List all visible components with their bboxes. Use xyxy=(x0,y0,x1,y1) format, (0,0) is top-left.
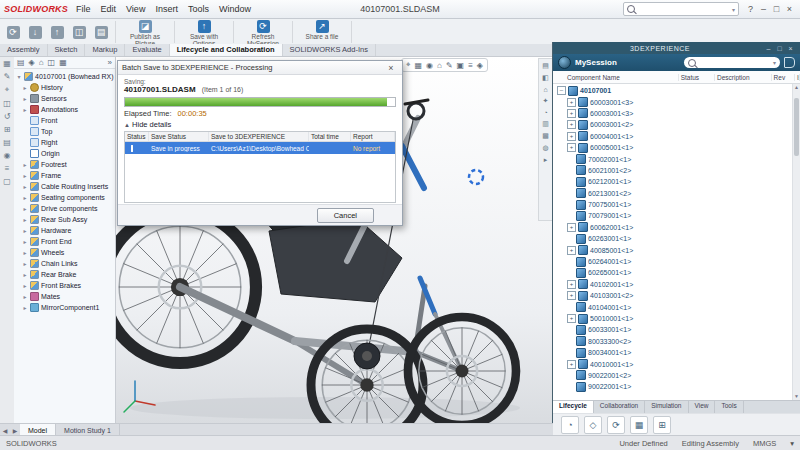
feature-tree-item[interactable]: ▸Footrest xyxy=(16,159,115,170)
feature-panel-tab-icon-2[interactable]: ◈ xyxy=(29,58,35,67)
component-row[interactable]: +60003001<3> xyxy=(553,96,800,107)
tab-lifecycle-and-collaboration[interactable]: Lifecycle and Collaboration xyxy=(170,44,283,56)
maximize-icon[interactable]: □ xyxy=(774,45,785,52)
feature-tree-item[interactable]: Front xyxy=(16,115,115,126)
vertical-scrollbar[interactable]: ▲ ▼ xyxy=(792,84,800,400)
component-row[interactable]: 70079001<1> xyxy=(553,210,800,221)
view-tool-icon-7[interactable]: ≡ xyxy=(468,61,473,70)
help-icon[interactable]: ? xyxy=(744,4,757,14)
left-tool-icon-6[interactable]: ⊞ xyxy=(4,125,11,134)
feature-tree-item[interactable]: ▸Front End xyxy=(16,236,115,247)
panel-tab-simulation[interactable]: Simulation xyxy=(645,401,688,413)
feature-tree-item[interactable]: ▸Wheels xyxy=(16,247,115,258)
column-header-description[interactable]: Description xyxy=(715,74,772,81)
view-tool-icon-3[interactable]: ◉ xyxy=(426,61,433,70)
feature-tree-item[interactable]: ▸Chain Links xyxy=(16,258,115,269)
column-header-status[interactable]: Status xyxy=(679,74,715,81)
lifecycle-tool-icon-5[interactable]: ⊞ xyxy=(653,416,671,434)
task-pane-icon-6[interactable]: ▥ xyxy=(542,120,549,128)
feature-panel-tab-icon-4[interactable]: ◫ xyxy=(48,58,56,67)
tab-sketch[interactable]: Sketch xyxy=(48,44,86,56)
task-pane-icon-8[interactable]: ◍ xyxy=(542,144,548,152)
feature-tree-item[interactable]: ▸MirrorComponent1 xyxy=(16,302,115,313)
expander-icon[interactable]: ▸ xyxy=(22,227,28,234)
expander-icon[interactable]: ▸ xyxy=(22,106,28,113)
feature-tree-item[interactable]: ▸Rear Sub Assy xyxy=(16,214,115,225)
lifecycle-tool-icon-2[interactable]: ◇ xyxy=(584,416,602,434)
component-row[interactable]: 60033001<1> xyxy=(553,324,800,335)
feature-tree-item[interactable]: ▸History xyxy=(16,82,115,93)
hide-details-toggle[interactable]: ▲ Hide details xyxy=(124,120,396,129)
expander-icon[interactable]: + xyxy=(567,98,576,107)
panel-title-bar[interactable]: 3DEXPERIENCE – □ × xyxy=(553,42,800,54)
menu-view[interactable]: View xyxy=(126,4,145,14)
expander-icon[interactable]: + xyxy=(567,132,576,141)
component-row[interactable]: 60213001<2> xyxy=(553,188,800,199)
component-row[interactable]: +40102001<1> xyxy=(553,279,800,290)
left-tool-icon-3[interactable]: ⌖ xyxy=(5,85,10,95)
feature-panel-tab-icon-5[interactable]: ▦ xyxy=(59,58,67,67)
component-row[interactable]: 60021001<2> xyxy=(553,165,800,176)
expander-icon[interactable]: ▸ xyxy=(22,238,28,245)
column-header-rev[interactable]: Rev xyxy=(772,74,795,81)
task-pane-icon-3[interactable]: ⌂ xyxy=(543,86,547,93)
feature-tree-item[interactable]: ▸Drive components xyxy=(16,203,115,214)
expander-icon[interactable]: ▸ xyxy=(22,172,28,179)
save-with-options-button[interactable]: ↑Save with Options xyxy=(179,19,229,45)
expander-icon[interactable]: + xyxy=(567,291,576,300)
lifecycle-tool-icon-4[interactable]: ▦ xyxy=(630,416,648,434)
view-tool-icon-6[interactable]: ▣ xyxy=(457,61,465,70)
column-header-componentname[interactable]: Component Name xyxy=(553,74,679,81)
panel-tab-collaboration[interactable]: Collaboration xyxy=(594,401,645,413)
report-cell[interactable]: No report xyxy=(351,145,395,152)
component-row[interactable]: +40103001<2> xyxy=(553,290,800,301)
import-button[interactable]: ↓ xyxy=(25,19,45,45)
feature-tree-root[interactable]: ▾40107001 (Bowhead RX) xyxy=(16,71,115,82)
cancel-button[interactable]: Cancel xyxy=(317,208,374,223)
left-tool-icon-5[interactable]: ↺ xyxy=(4,112,11,121)
feature-panel-tab-icon-1[interactable]: ▤ xyxy=(17,58,25,67)
menu-window[interactable]: Window xyxy=(219,4,251,14)
tab-markup[interactable]: Markup xyxy=(85,44,125,56)
component-row[interactable]: 40104001<1> xyxy=(553,301,800,312)
expander-icon[interactable]: ▸ xyxy=(22,304,28,311)
panel-tab-tools[interactable]: Tools xyxy=(715,401,743,413)
menu-edit[interactable]: Edit xyxy=(101,4,117,14)
expander-icon[interactable]: + xyxy=(567,120,576,129)
component-row[interactable]: 60263001<1> xyxy=(553,233,800,244)
tab-evaluate[interactable]: Evaluate xyxy=(125,44,169,56)
lifecycle-tool-icon-1[interactable]: ◔ xyxy=(561,416,579,434)
expander-icon[interactable]: ▸ xyxy=(22,293,28,300)
component-row[interactable]: 70075001<1> xyxy=(553,199,800,210)
expander-icon[interactable]: ▸ xyxy=(22,249,28,256)
component-row[interactable]: 80033300<2> xyxy=(553,336,800,347)
component-row[interactable]: 90022001<2> xyxy=(553,370,800,381)
close-icon[interactable]: × xyxy=(783,4,796,14)
view-tool-icon-4[interactable]: ⌂ xyxy=(437,61,442,70)
column-header-is[interactable]: Is. xyxy=(795,74,800,81)
task-pane-icon-1[interactable]: ▤ xyxy=(542,62,549,70)
component-row[interactable]: +60062001<1> xyxy=(553,222,800,233)
properties-button[interactable]: ◫ xyxy=(69,19,89,45)
left-tool-icon-7[interactable]: ▤ xyxy=(3,138,11,147)
component-row[interactable]: 80034001<1> xyxy=(553,347,800,358)
close-icon[interactable]: × xyxy=(384,63,398,73)
left-tool-icon-9[interactable]: ≡ xyxy=(5,164,10,173)
feature-tree-item[interactable]: Top xyxy=(16,126,115,137)
compass-icon[interactable] xyxy=(558,56,571,69)
view-tool-icon-8[interactable]: ◈ xyxy=(477,61,483,70)
feature-tree-item[interactable]: ▸Rear Brake xyxy=(16,269,115,280)
minimize-icon[interactable]: – xyxy=(757,4,770,14)
feature-tree-item[interactable]: ▸Seating components xyxy=(16,192,115,203)
component-row[interactable]: 60265001<1> xyxy=(553,267,800,278)
table-row[interactable]: Save in progressC:\Users\Az1\Desktop\Bow… xyxy=(125,142,395,154)
panel-tab-lifecycle[interactable]: Lifecycle xyxy=(553,401,594,413)
component-row[interactable]: +50010001<1> xyxy=(553,313,800,324)
maximize-icon[interactable]: □ xyxy=(770,4,783,14)
expander-icon[interactable]: ▸ xyxy=(22,84,28,91)
expander-icon[interactable]: + xyxy=(567,360,576,369)
menu-file[interactable]: File xyxy=(76,4,91,14)
close-icon[interactable]: × xyxy=(785,45,796,52)
expander-icon[interactable]: ▸ xyxy=(22,205,28,212)
expander-icon[interactable]: + xyxy=(567,109,576,118)
